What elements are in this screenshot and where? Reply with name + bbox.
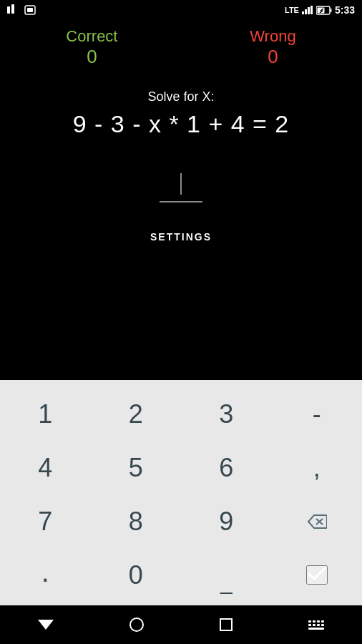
correct-value: 0 (87, 46, 97, 68)
solve-prompt: Solve for X: (147, 89, 214, 104)
key-underscore[interactable]: _ (181, 548, 272, 602)
key-confirm[interactable] (306, 565, 328, 585)
recents-button[interactable] (220, 618, 233, 631)
svg-rect-5 (305, 9, 307, 14)
key-dot[interactable]: . (0, 548, 91, 602)
time-label: 5:33 (335, 4, 355, 16)
sim-icon (24, 4, 37, 16)
battery-icon (316, 6, 332, 15)
svg-rect-3 (27, 8, 33, 12)
svg-rect-9 (330, 9, 331, 12)
numpad-area: 1 2 3 - 4 5 6 , 7 8 9 . 0 _ (0, 380, 362, 605)
key-delete[interactable] (272, 494, 363, 548)
wrong-value: 0 (268, 46, 278, 68)
status-icons-right: LTE 5:33 (285, 4, 355, 16)
settings-button[interactable]: SETTINGS (150, 231, 212, 243)
answer-input-area[interactable] (160, 167, 202, 203)
key-1[interactable]: 1 (0, 387, 91, 441)
recents-icon (220, 618, 233, 631)
network-type-label: LTE (285, 6, 299, 14)
key-6[interactable]: 6 (181, 441, 272, 494)
key-3[interactable]: 3 (181, 387, 272, 441)
delete-icon (307, 514, 327, 530)
key-0[interactable]: 0 (91, 548, 182, 602)
checkmark-icon (308, 567, 326, 581)
key-9[interactable]: 9 (181, 494, 272, 548)
wrong-label: Wrong (250, 27, 295, 46)
key-7[interactable]: 7 (0, 494, 91, 548)
confirm-cell (272, 548, 363, 602)
key-minus[interactable]: - (272, 387, 363, 441)
key-8[interactable]: 8 (91, 494, 182, 548)
home-button[interactable] (129, 618, 144, 632)
signal-icon (302, 6, 313, 14)
keyboard-button[interactable] (308, 620, 324, 630)
svg-rect-0 (7, 6, 10, 14)
key-comma[interactable]: , (272, 441, 363, 494)
home-icon (129, 618, 144, 632)
score-row: Correct 0 Wrong 0 (0, 27, 362, 68)
correct-label: Correct (66, 27, 117, 46)
svg-rect-4 (302, 11, 304, 14)
back-icon (38, 620, 54, 630)
equation-display: 9 - 3 - x * 1 + 4 = 2 (73, 110, 290, 138)
svg-rect-1 (11, 4, 14, 14)
keyboard-icon (308, 620, 324, 630)
key-4[interactable]: 4 (0, 441, 91, 494)
wrong-score-block: Wrong 0 (250, 27, 295, 68)
status-icons-left (7, 4, 37, 16)
key-5[interactable]: 5 (91, 441, 182, 494)
svg-rect-6 (308, 7, 310, 14)
svg-rect-7 (310, 6, 313, 14)
back-button[interactable] (38, 620, 54, 630)
game-area: Correct 0 Wrong 0 Solve for X: 9 - 3 - x… (0, 20, 362, 380)
cursor (180, 173, 182, 195)
notification-icon (7, 4, 20, 16)
status-bar: LTE 5:33 (0, 0, 362, 20)
correct-score-block: Correct 0 (66, 27, 117, 68)
numpad-grid: 1 2 3 - 4 5 6 , 7 8 9 . 0 _ (0, 387, 362, 602)
key-2[interactable]: 2 (91, 387, 182, 441)
nav-bar (0, 605, 362, 644)
